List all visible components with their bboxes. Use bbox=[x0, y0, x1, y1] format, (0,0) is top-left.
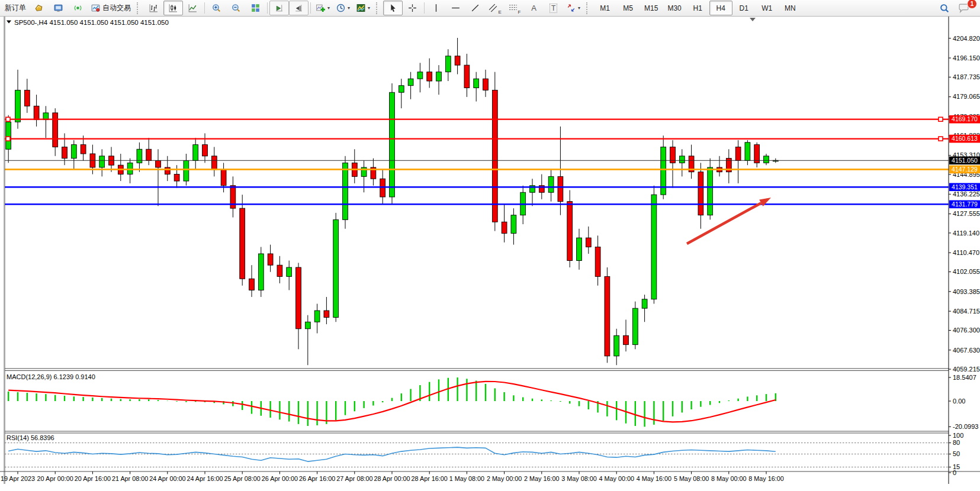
candle bbox=[745, 143, 750, 161]
timeframe-m15[interactable]: M15 bbox=[640, 1, 663, 15]
text-tool-icon: A bbox=[531, 4, 536, 12]
trendline-tool-button[interactable] bbox=[465, 1, 485, 15]
chat-button[interactable]: 1 bbox=[954, 1, 973, 15]
signals-icon bbox=[73, 3, 83, 13]
line-chart-button[interactable] bbox=[183, 1, 203, 15]
chart-title: SP500-,H4 4151.050 4151.050 4151.050 415… bbox=[14, 19, 169, 26]
tile-windows-button[interactable] bbox=[246, 1, 265, 15]
price-tick-label: 4204.820 bbox=[953, 35, 980, 42]
crosshair-tool-button[interactable] bbox=[403, 1, 422, 15]
candle bbox=[127, 163, 133, 174]
signals-button[interactable] bbox=[68, 1, 88, 15]
new-order-button[interactable]: 新订单 bbox=[2, 1, 29, 15]
candle bbox=[548, 176, 554, 192]
candle bbox=[62, 147, 68, 158]
autotrading-label: 自动交易 bbox=[102, 3, 131, 13]
chart-canvas[interactable]: MACD(12,26,9) 6.1239 0.9140RSI(14) 56.83… bbox=[0, 0, 980, 491]
periods-button[interactable]: ▾ bbox=[333, 1, 353, 15]
time-tick-label: 20 Apr 16:00 bbox=[75, 475, 111, 482]
candle bbox=[258, 254, 264, 290]
candle bbox=[567, 202, 573, 261]
candle bbox=[502, 222, 507, 233]
macd-tick-label: -20.0993 bbox=[953, 423, 978, 430]
candle bbox=[174, 175, 179, 182]
toolbar-separator bbox=[267, 2, 268, 14]
bar-chart-button[interactable] bbox=[144, 1, 163, 15]
indicators-button[interactable]: ▾ bbox=[313, 1, 333, 15]
candle bbox=[427, 72, 432, 81]
templates-button[interactable]: ▾ bbox=[353, 1, 373, 15]
timeframe-mn[interactable]: MN bbox=[779, 1, 802, 15]
time-tick-label: 24 Apr 16:00 bbox=[187, 475, 223, 482]
candle bbox=[184, 160, 189, 181]
timeframe-h4[interactable]: H4 bbox=[709, 1, 732, 15]
time-tick-label: 24 Apr 00:00 bbox=[149, 475, 185, 482]
toolbar-grip bbox=[586, 2, 591, 14]
price-tag-label: 4169.170 bbox=[952, 115, 978, 122]
horizontal-line-tool-button[interactable] bbox=[446, 1, 465, 15]
trendline-icon bbox=[470, 3, 480, 13]
toolbar-grip bbox=[376, 2, 381, 14]
cursor-tool-button[interactable] bbox=[383, 1, 403, 15]
rsi-label: RSI(14) 56.8396 bbox=[7, 434, 54, 441]
hline-handle[interactable] bbox=[939, 117, 943, 121]
dropdown-caret-icon: ▾ bbox=[368, 6, 370, 11]
candle bbox=[71, 145, 76, 159]
timeframe-h1[interactable]: H1 bbox=[686, 1, 709, 15]
timeframe-d1[interactable]: D1 bbox=[732, 1, 756, 15]
text-label-tool-button[interactable]: T bbox=[544, 1, 563, 15]
candle bbox=[34, 106, 39, 119]
timeframe-m1[interactable]: M1 bbox=[593, 1, 616, 15]
timeframe-m5[interactable]: M5 bbox=[616, 1, 640, 15]
hline-handle[interactable] bbox=[6, 117, 10, 121]
zoom-out-button[interactable] bbox=[226, 1, 246, 15]
fibonacci-tool-button[interactable]: F bbox=[505, 1, 524, 15]
toolbar-separator bbox=[424, 2, 425, 14]
macd-label: MACD(12,26,9) 6.1239 0.9140 bbox=[7, 373, 95, 380]
hline-handle[interactable] bbox=[6, 137, 10, 141]
arrows-tool-button[interactable]: ▾ bbox=[563, 1, 583, 15]
tile-windows-icon bbox=[250, 3, 261, 13]
candle bbox=[642, 299, 647, 308]
candle bbox=[221, 170, 226, 186]
timeframe-w1[interactable]: W1 bbox=[756, 1, 779, 15]
chart-shift-button[interactable] bbox=[289, 1, 309, 15]
price-tick-label: 4084.715 bbox=[953, 308, 980, 315]
candle bbox=[605, 276, 610, 356]
dropdown-caret-icon: ▾ bbox=[348, 6, 350, 11]
text-label-icon: T bbox=[550, 4, 557, 13]
auto-scroll-button[interactable] bbox=[269, 1, 289, 15]
zoom-in-button[interactable] bbox=[207, 1, 226, 15]
macd-tick-label: 18.5407 bbox=[953, 374, 976, 381]
price-tick-label: 4093.385 bbox=[953, 288, 980, 295]
toolbar-separator bbox=[204, 2, 205, 14]
text-tool-button[interactable]: A bbox=[524, 1, 544, 15]
candle bbox=[81, 145, 86, 154]
vertical-line-tool-button[interactable] bbox=[426, 1, 446, 15]
chart-shift-icon bbox=[294, 3, 304, 13]
fibonacci-icon bbox=[508, 3, 518, 13]
candle bbox=[483, 79, 489, 90]
channel-tool-button[interactable]: E bbox=[485, 1, 505, 15]
metaeditor-button[interactable] bbox=[29, 1, 49, 15]
autotrading-button[interactable]: 自动交易 bbox=[88, 1, 134, 15]
hline-handle[interactable] bbox=[939, 137, 943, 141]
candle bbox=[632, 308, 638, 344]
candlestick-chart-button[interactable] bbox=[163, 1, 183, 15]
candle bbox=[268, 254, 273, 265]
search-icon bbox=[939, 3, 950, 14]
price-tick-label: 4187.735 bbox=[953, 73, 980, 80]
price-tag-label: 4151.050 bbox=[952, 157, 978, 164]
price-tag-label: 4160.613 bbox=[952, 135, 978, 142]
price-tick-label: 4179.065 bbox=[953, 93, 980, 100]
candle bbox=[53, 113, 58, 147]
terminal-button[interactable] bbox=[49, 1, 68, 15]
zoom-out-icon bbox=[231, 3, 241, 13]
candle bbox=[305, 322, 310, 329]
candle bbox=[651, 195, 657, 299]
timeframe-m30[interactable]: M30 bbox=[663, 1, 686, 15]
candle bbox=[558, 176, 563, 201]
candle bbox=[492, 90, 497, 222]
price-tick-label: 4119.140 bbox=[953, 230, 979, 237]
search-button[interactable] bbox=[934, 1, 954, 15]
